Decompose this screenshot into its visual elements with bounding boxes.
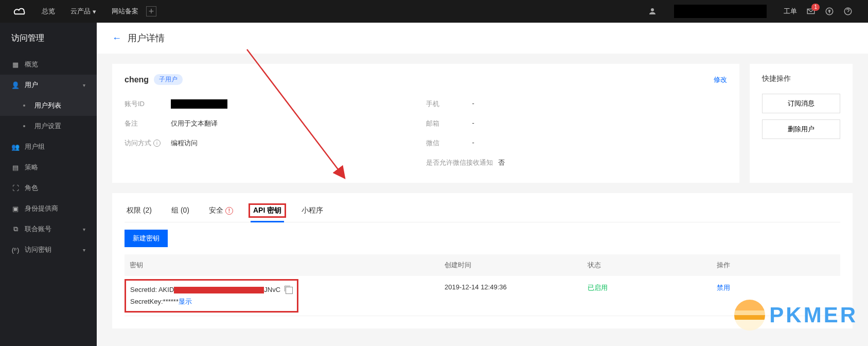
show-secret-link[interactable]: 显示 <box>179 298 192 305</box>
annotation-highlight: API 密钥 <box>249 203 286 218</box>
sidebar-item-roles[interactable]: ⛶角色 <box>0 178 97 198</box>
secret-id-redacted <box>174 287 264 293</box>
warning-icon: ! <box>225 207 233 215</box>
info-row-phone: 手机- <box>426 94 728 114</box>
tab-permissions[interactable]: 权限 (2) <box>125 199 154 222</box>
dot-icon <box>23 105 25 107</box>
info-row-wechat-notify: 是否允许微信接收通知否 <box>426 153 728 172</box>
sidebar-item-policies[interactable]: ▤策略 <box>0 157 97 178</box>
topbar-overview[interactable]: 总览 <box>34 7 63 16</box>
group-icon: 👥 <box>11 143 20 151</box>
info-row-wechat: 微信- <box>426 133 728 153</box>
topbar-beian[interactable]: 网站备案 <box>104 7 146 16</box>
info-row-access-mode: 访问方式i 编程访问 <box>125 133 426 153</box>
info-row-account-id: 账号ID <box>125 94 426 114</box>
idp-icon: ▣ <box>11 204 20 213</box>
key-icon: (ᵖ) <box>11 246 20 254</box>
sidebar-title: 访问管理 <box>0 23 97 54</box>
back-arrow-icon[interactable]: ← <box>112 33 121 44</box>
svg-point-0 <box>651 8 654 11</box>
created-time: 2019-12-14 12:49:36 <box>439 276 582 316</box>
quick-actions-panel: 快捷操作 订阅消息 删除用户 <box>750 64 853 183</box>
table-row: SecretId: AKIDJNvC SecretKey:******显示 20… <box>125 276 840 316</box>
delete-user-button[interactable]: 删除用户 <box>762 119 840 139</box>
sidebar-item-user-list[interactable]: 用户列表 <box>0 95 97 116</box>
add-icon[interactable]: + <box>146 6 156 16</box>
col-status: 状态 <box>582 254 711 276</box>
chevron-down-icon: ▾ <box>83 82 85 88</box>
api-key-table: 密钥 创建时间 状态 操作 SecretId: AKIDJNvC <box>125 254 840 316</box>
mail-badge: 1 <box>811 4 820 11</box>
col-action: 操作 <box>712 254 840 276</box>
role-icon: ⛶ <box>11 184 20 192</box>
sidebar-item-access-keys[interactable]: (ᵖ)访问密钥▾ <box>0 239 97 260</box>
disable-link[interactable]: 禁用 <box>717 284 730 291</box>
account-id-redacted <box>171 99 227 109</box>
info-row-remark: 备注 仅用于文本翻译 <box>125 114 426 133</box>
secret-key-cell: SecretKey:******显示 <box>130 296 293 307</box>
sidebar-item-overview[interactable]: ▦概览 <box>0 54 97 75</box>
topbar: 总览 云产品▾ 网站备案 + 工单 1 <box>0 0 868 23</box>
tab-api-keys[interactable]: API 密钥 <box>251 199 284 222</box>
quick-actions-title: 快捷操作 <box>762 74 840 83</box>
ticket-link[interactable]: 工单 <box>784 7 797 16</box>
tab-miniprogram[interactable]: 小程序 <box>299 199 325 222</box>
user-icon[interactable] <box>648 7 657 16</box>
person-icon: 👤 <box>11 81 20 89</box>
topbar-products[interactable]: 云产品▾ <box>63 7 104 16</box>
main-content: ← 用户详情 cheng 子用户 修改 账号ID 备注 仅用于文本翻译 <box>97 23 868 328</box>
cloud-logo-icon[interactable] <box>10 2 29 21</box>
billing-icon[interactable] <box>825 7 834 16</box>
modify-link[interactable]: 修改 <box>714 75 727 84</box>
search-box[interactable] <box>674 5 767 18</box>
page-header: ← 用户详情 <box>97 23 868 54</box>
dot-icon <box>23 125 25 127</box>
grid-icon: ▦ <box>11 60 20 68</box>
copy-icon[interactable] <box>286 287 293 294</box>
secret-id-cell: SecretId: AKIDJNvC <box>130 284 293 296</box>
info-row-email: 邮箱- <box>426 114 728 133</box>
annotation-highlight: SecretId: AKIDJNvC SecretKey:******显示 <box>125 279 298 313</box>
create-key-button[interactable]: 新建密钥 <box>125 230 168 247</box>
sidebar-item-federated[interactable]: ⧉联合账号▾ <box>0 219 97 239</box>
tabs: 权限 (2) 组 (0) 安全! API 密钥 小程序 <box>125 193 840 222</box>
sidebar: 访问管理 ▦概览 👤用户▾ 用户列表 用户设置 👥用户组 ▤策略 ⛶角色 ▣身份… <box>0 23 97 339</box>
document-icon: ▤ <box>11 163 20 171</box>
chevron-down-icon: ▾ <box>83 227 85 232</box>
link-icon: ⧉ <box>11 225 20 233</box>
sidebar-item-users[interactable]: 👤用户▾ <box>0 75 97 95</box>
chevron-down-icon: ▾ <box>93 8 96 15</box>
subscribe-button[interactable]: 订阅消息 <box>762 94 840 113</box>
sidebar-item-user-settings[interactable]: 用户设置 <box>0 116 97 136</box>
user-type-tag: 子用户 <box>154 74 183 85</box>
mail-icon[interactable]: 1 <box>806 7 816 16</box>
status-badge: 已启用 <box>588 284 608 291</box>
help-icon[interactable] <box>843 7 853 16</box>
col-created: 创建时间 <box>439 254 582 276</box>
page-title: 用户详情 <box>128 32 165 44</box>
tabs-panel: 权限 (2) 组 (0) 安全! API 密钥 小程序 新建密钥 密钥 创建时间… <box>112 193 853 328</box>
user-name: cheng <box>125 75 149 84</box>
sidebar-item-groups[interactable]: 👥用户组 <box>0 136 97 157</box>
sidebar-item-idp[interactable]: ▣身份提供商 <box>0 198 97 219</box>
info-icon[interactable]: i <box>153 140 161 147</box>
tab-security[interactable]: 安全! <box>207 199 235 222</box>
user-info-panel: cheng 子用户 修改 账号ID 备注 仅用于文本翻译 访问方式i <box>112 64 739 183</box>
chevron-down-icon: ▾ <box>83 247 85 253</box>
col-key: 密钥 <box>125 254 439 276</box>
tab-groups[interactable]: 组 (0) <box>169 199 191 222</box>
